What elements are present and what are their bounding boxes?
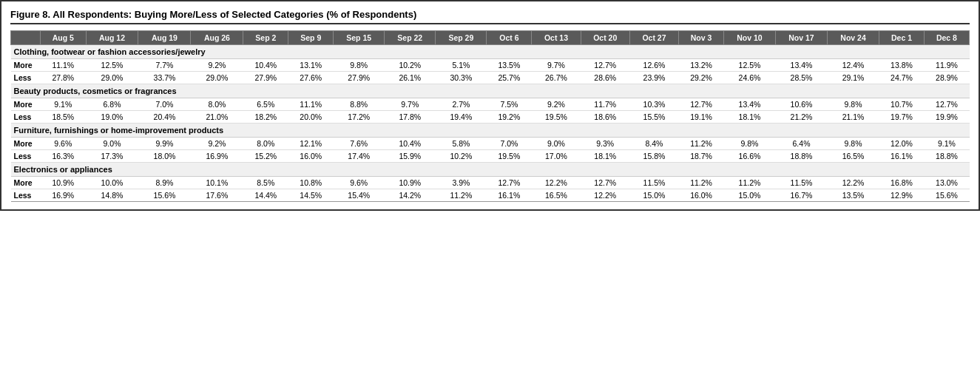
data-row-s1-r0: More9.1%6.8%7.0%8.0%6.5%11.1%8.8%9.7%2.7…	[11, 98, 970, 111]
cell-s1-r0-c0: 9.1%	[41, 98, 87, 111]
cell-s3-r1-c16: 13.5%	[828, 189, 879, 202]
main-container: Figure 8. All Respondents: Buying More/L…	[0, 0, 980, 211]
cell-s2-r1-c17: 16.1%	[879, 150, 925, 163]
cell-s2-r0-c2: 9.9%	[138, 138, 191, 150]
cell-s2-r1-c12: 15.8%	[629, 150, 678, 163]
cell-s1-r1-c16: 21.1%	[828, 111, 879, 124]
cell-s2-r1-c6: 17.4%	[334, 150, 385, 163]
section-title-3: Electronics or appliances	[11, 163, 970, 177]
row-label-s3-r1: Less	[11, 189, 41, 202]
cell-s3-r0-c4: 8.5%	[243, 177, 288, 189]
cell-s0-r0-c4: 10.4%	[243, 59, 288, 72]
cell-s1-r0-c3: 8.0%	[191, 98, 243, 111]
row-label-s1-r1: Less	[11, 111, 41, 124]
cell-s1-r0-c18: 12.7%	[924, 98, 969, 111]
row-label-s0-r0: More	[11, 59, 41, 72]
cell-s1-r1-c0: 18.5%	[41, 111, 87, 124]
cell-s1-r1-c11: 18.6%	[581, 111, 629, 124]
cell-s3-r0-c15: 11.5%	[776, 177, 828, 189]
cell-s3-r1-c12: 15.0%	[629, 189, 678, 202]
section-title-2: Furniture, furnishings or home-improveme…	[11, 124, 970, 138]
cell-s2-r0-c15: 6.4%	[776, 138, 828, 150]
col-header-Oct-27: Oct 27	[629, 31, 678, 45]
col-header-Dec-1: Dec 1	[879, 31, 925, 45]
cell-s0-r1-c2: 33.7%	[138, 72, 191, 84]
cell-s0-r0-c18: 11.9%	[924, 59, 969, 72]
col-header-Sep-2: Sep 2	[243, 31, 288, 45]
cell-s3-r0-c17: 16.8%	[879, 177, 925, 189]
cell-s2-r1-c2: 18.0%	[138, 150, 191, 163]
cell-s2-r1-c1: 17.3%	[86, 150, 138, 163]
cell-s1-r0-c1: 6.8%	[86, 98, 138, 111]
data-table: Aug 5Aug 12Aug 19Aug 26Sep 2Sep 9Sep 15S…	[10, 30, 970, 202]
cell-s2-r0-c12: 8.4%	[629, 138, 678, 150]
cell-s2-r0-c17: 12.0%	[879, 138, 925, 150]
cell-s2-r1-c13: 18.7%	[679, 150, 724, 163]
cell-s3-r0-c7: 10.9%	[385, 177, 436, 189]
cell-s1-r0-c6: 8.8%	[334, 98, 385, 111]
col-header-Aug-19: Aug 19	[138, 31, 191, 45]
cell-s3-r0-c11: 12.7%	[581, 177, 629, 189]
cell-s3-r1-c13: 16.0%	[679, 189, 724, 202]
cell-s1-r1-c3: 21.0%	[191, 111, 243, 124]
cell-s2-r0-c13: 11.2%	[679, 138, 724, 150]
cell-s0-r0-c7: 10.2%	[385, 59, 436, 72]
col-header-Nov-17: Nov 17	[776, 31, 828, 45]
cell-s1-r0-c10: 9.2%	[532, 98, 581, 111]
cell-s1-r0-c15: 10.6%	[776, 98, 828, 111]
cell-s3-r0-c14: 11.2%	[723, 177, 775, 189]
cell-s1-r1-c6: 17.2%	[334, 111, 385, 124]
cell-s1-r1-c2: 20.4%	[138, 111, 191, 124]
cell-s1-r1-c14: 18.1%	[723, 111, 775, 124]
cell-s1-r1-c4: 18.2%	[243, 111, 288, 124]
cell-s0-r0-c13: 13.2%	[679, 59, 724, 72]
cell-s0-r0-c15: 13.4%	[776, 59, 828, 72]
cell-s3-r1-c4: 14.4%	[243, 189, 288, 202]
cell-s0-r1-c11: 28.6%	[581, 72, 629, 84]
cell-s2-r0-c7: 10.4%	[385, 138, 436, 150]
col-header-Sep-9: Sep 9	[288, 31, 334, 45]
cell-s0-r0-c9: 13.5%	[487, 59, 532, 72]
cell-s3-r1-c7: 14.2%	[385, 189, 436, 202]
cell-s1-r1-c10: 19.5%	[532, 111, 581, 124]
empty-header	[11, 31, 41, 45]
cell-s1-r1-c7: 17.8%	[385, 111, 436, 124]
cell-s0-r0-c6: 9.8%	[334, 59, 385, 72]
cell-s0-r0-c3: 9.2%	[191, 59, 243, 72]
cell-s0-r1-c17: 24.7%	[879, 72, 925, 84]
cell-s3-r1-c5: 14.5%	[288, 189, 334, 202]
cell-s3-r0-c3: 10.1%	[191, 177, 243, 189]
cell-s0-r1-c16: 29.1%	[828, 72, 879, 84]
section-header-0: Clothing, footwear or fashion accessorie…	[11, 45, 970, 59]
cell-s2-r0-c5: 12.1%	[288, 138, 334, 150]
row-label-s2-r0: More	[11, 138, 41, 150]
cell-s2-r0-c1: 9.0%	[86, 138, 138, 150]
section-title-1: Beauty products, cosmetics or fragrances	[11, 84, 970, 98]
cell-s0-r0-c2: 7.7%	[138, 59, 191, 72]
cell-s1-r0-c14: 13.4%	[723, 98, 775, 111]
cell-s2-r1-c8: 10.2%	[436, 150, 487, 163]
cell-s0-r1-c0: 27.8%	[41, 72, 87, 84]
cell-s1-r0-c4: 6.5%	[243, 98, 288, 111]
cell-s0-r0-c14: 12.5%	[723, 59, 775, 72]
cell-s1-r0-c17: 10.7%	[879, 98, 925, 111]
col-header-Nov-10: Nov 10	[723, 31, 775, 45]
cell-s2-r1-c3: 16.9%	[191, 150, 243, 163]
cell-s3-r0-c0: 10.9%	[41, 177, 87, 189]
cell-s3-r0-c13: 11.2%	[679, 177, 724, 189]
cell-s2-r1-c7: 15.9%	[385, 150, 436, 163]
cell-s2-r1-c14: 16.6%	[723, 150, 775, 163]
cell-s2-r0-c18: 9.1%	[924, 138, 969, 150]
col-header-Aug-26: Aug 26	[191, 31, 243, 45]
data-row-s3-r0: More10.9%10.0%8.9%10.1%8.5%10.8%9.6%10.9…	[11, 177, 970, 189]
data-row-s1-r1: Less18.5%19.0%20.4%21.0%18.2%20.0%17.2%1…	[11, 111, 970, 124]
cell-s0-r1-c3: 29.0%	[191, 72, 243, 84]
cell-s2-r1-c11: 18.1%	[581, 150, 629, 163]
cell-s2-r0-c16: 9.8%	[828, 138, 879, 150]
cell-s1-r0-c12: 10.3%	[629, 98, 678, 111]
cell-s1-r1-c18: 19.9%	[924, 111, 969, 124]
cell-s0-r1-c7: 26.1%	[385, 72, 436, 84]
col-header-Dec-8: Dec 8	[924, 31, 969, 45]
cell-s1-r1-c9: 19.2%	[487, 111, 532, 124]
cell-s3-r0-c2: 8.9%	[138, 177, 191, 189]
